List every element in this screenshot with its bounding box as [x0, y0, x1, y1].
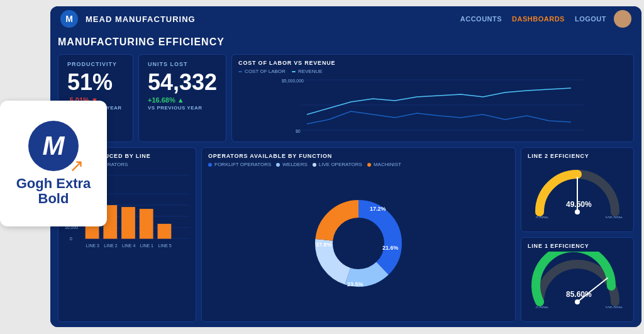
nav-accounts[interactable]: ACCOUNTS	[460, 15, 502, 23]
svg-text:0: 0	[70, 237, 72, 241]
svg-text:100.00%: 100.00%	[605, 306, 623, 308]
logo-circle: M ↗	[28, 121, 79, 171]
machinist-label: MACHINIST	[374, 162, 401, 167]
gauge-column: LINE 2 EFFICIENCY 0.00% 100.00% 49.50%	[521, 147, 634, 322]
forklift-ops-label: FORKLIFT OPERATORS	[214, 162, 271, 167]
svg-text:LINE 4: LINE 4	[122, 243, 135, 248]
bar-line1	[140, 209, 153, 239]
top-nav: M MEAD MANUFACTURING ACCOUNTS DASHBOARDS…	[50, 6, 641, 31]
nav-dashboards[interactable]: DASHBOARDS	[512, 15, 565, 23]
operators-legend: FORKLIFT OPERATORS WELDERS LIVE OPERATOR…	[208, 162, 509, 167]
nav-logo: M	[60, 10, 78, 28]
labor-chart-svg: $5,000,000 $0 OCT-2020 NOV-2020 DEC-2020…	[238, 77, 627, 133]
legend-welders: WELDERS	[276, 162, 308, 167]
svg-point-44	[575, 209, 580, 214]
svg-text:$0: $0	[296, 129, 301, 133]
line2-gauge-svg: 0.00% 100.00% 49.50%	[527, 162, 628, 218]
legend-forklift-ops: FORKLIFT OPERATORS	[208, 162, 271, 167]
bar-line4	[121, 207, 135, 238]
svg-text:0.00%: 0.00%	[536, 306, 548, 308]
units-lost-value: 54,332	[148, 71, 217, 94]
units-lost-vs: VS PREVIOUS YEAR	[148, 105, 217, 111]
svg-text:23.5%: 23.5%	[347, 281, 364, 287]
live-ops-label: LIVE OPERATORS	[319, 162, 362, 167]
dashboard-content: MANUFACTURING EFFICIENCY PRODUCTIVITY 51…	[50, 31, 641, 327]
user-avatar[interactable]	[614, 10, 631, 28]
line1-efficiency-card: LINE 1 EFFICIENCY 0.00% 100.00% 85.60%	[521, 237, 634, 322]
operators-title: OPERATORS AVAILABLE BY FUNCTION	[208, 153, 332, 159]
labor-revenue-card: COST OF LABOR VS REVENUE COST OF LABOR R…	[231, 54, 634, 142]
svg-text:LINE 1: LINE 1	[140, 243, 153, 248]
legend-live-ops: LIVE OPERATORS	[313, 162, 362, 167]
svg-text:85.60%: 85.60%	[566, 290, 592, 299]
svg-text:21.6%: 21.6%	[382, 245, 399, 251]
dashboard-container: M MEAD MANUFACTURING ACCOUNTS DASHBOARDS…	[50, 6, 641, 327]
row-charts: UNITS PRODUCED BY LINE FORKLIFT OPERATOR…	[58, 147, 634, 322]
nav-logout[interactable]: LOGOUT	[575, 15, 606, 23]
legend-cost-of-labor: COST OF LABOR	[238, 69, 286, 74]
legend-cost-label: COST OF LABOR	[245, 69, 286, 74]
units-lost-label: UNITS LOST	[148, 61, 217, 67]
logo-font-name: Gogh Extra Bold	[6, 176, 101, 206]
line1-gauge-svg: 0.00% 100.00% 85.60%	[527, 252, 628, 308]
svg-text:17.2%: 17.2%	[370, 206, 386, 212]
legend-machinist: MACHINIST	[367, 162, 401, 167]
legend-revenue-label: REVENUE	[298, 69, 323, 74]
nav-links: ACCOUNTS DASHBOARDS LOGOUT	[460, 15, 606, 23]
svg-text:LINE 5: LINE 5	[158, 243, 172, 248]
logo-arrow-icon: ↗	[69, 155, 84, 176]
svg-point-49	[575, 299, 580, 304]
svg-text:LINE 2: LINE 2	[104, 243, 117, 248]
dashboard-title: MANUFACTURING EFFICIENCY	[58, 36, 634, 48]
svg-text:49.50%: 49.50%	[566, 200, 592, 209]
productivity-label: PRODUCTIVITY	[67, 61, 124, 67]
bar-line5	[158, 224, 172, 239]
nav-logo-letter: M	[65, 14, 73, 24]
labor-chart-legend: COST OF LABOR REVENUE	[238, 69, 627, 74]
logo-panel: M ↗ Gogh Extra Bold	[0, 101, 107, 226]
svg-text:100.00%: 100.00%	[605, 216, 623, 218]
labor-chart-title: COST OF LABOR VS REVENUE	[238, 60, 627, 66]
line1-title: LINE 1 EFFICIENCY	[528, 243, 589, 249]
line2-efficiency-card: LINE 2 EFFICIENCY 0.00% 100.00% 49.50%	[521, 147, 634, 232]
svg-text:$5,000,000: $5,000,000	[282, 79, 304, 83]
productivity-value: 51%	[67, 71, 124, 94]
legend-revenue: REVENUE	[292, 69, 323, 74]
donut-chart-svg: 17.2% 21.6% 23.5% 37.8%	[308, 193, 409, 294]
row-metrics: PRODUCTIVITY 51% -5.01% ▼ VS PREVIOUS YE…	[58, 54, 634, 142]
units-lost-card: UNITS LOST 54,332 +16.68% ▲ VS PREVIOUS …	[138, 54, 226, 142]
logo-letter: M	[43, 131, 65, 161]
operators-card: OPERATORS AVAILABLE BY FUNCTION FORKLIFT…	[201, 147, 516, 322]
svg-text:0.00%: 0.00%	[536, 216, 548, 218]
welders-label: WELDERS	[282, 162, 308, 167]
units-lost-change: +16.68% ▲	[148, 96, 217, 104]
nav-brand: MEAD MANUFACTURING	[86, 14, 453, 24]
svg-text:LINE 3: LINE 3	[86, 243, 99, 248]
line2-title: LINE 2 EFFICIENCY	[528, 153, 589, 159]
svg-text:37.8%: 37.8%	[316, 242, 332, 248]
